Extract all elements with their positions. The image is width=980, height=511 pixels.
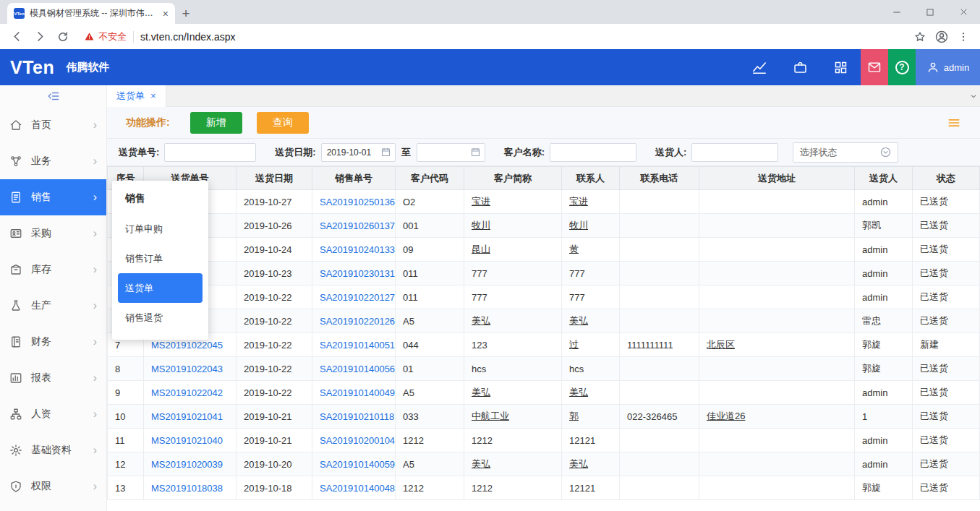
sidebar-item-finance[interactable]: 财务› [0,324,106,360]
url-text[interactable]: st.vten.cn/Index.aspx [140,31,236,43]
tab-close-icon[interactable]: × [163,9,169,19]
table-row[interactable]: 12019-10-27SA201910250136O2宝进宝进admin已送货 [108,190,980,214]
forward-button[interactable] [29,26,51,48]
mail-button[interactable] [861,49,888,85]
chart-button[interactable] [739,49,780,85]
sidebar-collapse-button[interactable] [0,85,106,107]
chevron-right-icon: › [93,228,97,239]
deliverer-input[interactable] [691,143,778,162]
customer-input[interactable] [550,143,636,162]
cust-name-cell: 777 [464,285,562,309]
sales-no-link[interactable]: SA201910140048 [320,483,395,494]
submenu-item-delivery-note[interactable]: 送货单 [118,273,203,303]
sales-no-link[interactable]: SA201910140059 [320,459,395,470]
window-minimize-button[interactable] [880,0,913,24]
calendar-icon[interactable] [470,147,481,158]
add-button[interactable]: 新增 [190,112,242,134]
sidebar-item-sales[interactable]: 销售› [0,179,106,215]
content-tab-close-icon[interactable]: × [150,91,156,100]
calendar-icon[interactable] [380,147,391,158]
delivery-no-link[interactable]: MS20191021040 [151,435,223,446]
sidebar-item-purchase[interactable]: 采购› [0,215,106,252]
column-header[interactable]: 联系人 [562,167,620,190]
status-select[interactable]: 选择状态 [793,142,898,163]
sidebar-item-hr[interactable]: 人资› [0,396,106,432]
sales-no-link[interactable]: SA201910140051 [320,340,395,351]
sidebar-item-business[interactable]: 业务› [0,143,106,179]
delivery-no-link[interactable]: MS20191021041 [151,411,223,422]
sidebar-item-inventory[interactable]: 库存› [0,252,106,288]
column-header[interactable]: 销售单号 [312,167,396,190]
omnibox[interactable]: 不安全 st.vten.cn/Index.aspx [75,27,908,47]
date-cell: 2019-10-22 [237,381,312,405]
delivery-no-link[interactable]: MS20191018038 [151,483,223,494]
table-row[interactable]: 10MS201910210412019-10-21SA2019102101180… [108,405,980,429]
content-area: 送货单 × 功能操作: 新增 查询 送货单号: 送货日期: 至 客户名称 [107,85,980,511]
reload-button[interactable] [52,26,74,48]
apps-grid-button[interactable] [820,49,861,85]
table-row[interactable]: 42019-10-23SA201910230131011777777admin已… [108,262,980,285]
sales-no-link[interactable]: SA201910220127 [320,292,395,303]
content-tab-bar: 送货单 × [107,85,980,107]
column-header[interactable]: 送货日期 [237,167,312,190]
delivery-no-link[interactable]: MS20191020039 [151,459,223,470]
query-button[interactable]: 查询 [257,112,309,134]
column-header[interactable]: 客户简称 [464,167,562,190]
sales-no-link[interactable]: SA201910260137 [320,220,395,231]
submenu-item-sales-return[interactable]: 销售退货 [118,303,203,332]
list-options-icon[interactable] [947,116,961,130]
table-row[interactable]: 12MS201910200392019-10-20SA201910140059A… [108,452,980,476]
table-row[interactable]: 13MS201910180382019-10-18SA2019101400481… [108,476,980,500]
table-row[interactable]: 8MS201910220432019-10-22SA20191014005601… [108,357,980,381]
delivery-no-input[interactable] [164,143,256,162]
table-row[interactable]: 52019-10-22SA201910220127011777777admin已… [108,285,980,309]
sidebar-item-home[interactable]: 首页› [0,107,106,143]
sidebar-item-report[interactable]: 报表› [0,360,106,396]
date-to-input[interactable] [422,147,467,158]
delivery-no-link[interactable]: MS20191022042 [151,387,223,398]
window-maximize-button[interactable] [913,0,947,24]
column-header[interactable]: 送货人 [855,167,913,190]
sales-no-link[interactable]: SA201910210118 [320,411,394,422]
profile-avatar-button[interactable] [931,26,953,48]
table-row[interactable]: 11MS201910210402019-10-21SA2019102001041… [108,429,980,452]
sales-no-link[interactable]: SA201910140056 [320,364,395,374]
sales-no-link[interactable]: SA201910240133 [320,244,395,255]
briefcase-button[interactable] [780,49,820,85]
sales-no-link[interactable]: SA201910250136 [320,197,395,207]
column-header[interactable]: 状态 [913,167,980,190]
sidebar-item-permission[interactable]: 权限› [0,468,106,504]
submenu-item-order-request[interactable]: 订单申购 [118,214,203,244]
sidebar-item-production[interactable]: 生产› [0,288,106,324]
bookmark-star-icon[interactable] [909,26,931,48]
table-row[interactable]: 9MS201910220422019-10-22SA201910140049A5… [108,381,980,405]
window-close-button[interactable] [947,0,980,24]
table-row[interactable]: 22019-10-26SA201910260137001牧川牧川郭凯已送货 [108,214,980,238]
sales-no-link[interactable]: SA201910200104 [320,435,395,446]
browser-menu-button[interactable] [953,26,974,48]
help-button[interactable]: ? [888,49,916,85]
sales-no-link[interactable]: SA201910220126 [320,316,395,327]
browser-tab[interactable]: VTen 模具钢材管理系统 -- 深圳市伟腾... × [7,3,175,24]
sidebar-item-label: 库存 [31,263,93,276]
column-header[interactable]: 送货地址 [699,167,855,190]
submenu-item-sales-order[interactable]: 销售订单 [118,244,203,273]
table-row[interactable]: 32019-10-24SA20191024013309昆山黄admin已送货 [108,238,980,262]
table-row[interactable]: 62019-10-22SA201910220126A5美弘美弘雷忠已送货 [108,309,980,333]
back-button[interactable] [6,26,27,48]
date-from-input[interactable] [327,147,378,158]
column-header[interactable]: 客户代码 [396,167,464,190]
sidebar-item-basic-data[interactable]: 基础资料› [0,432,106,468]
content-tab-delivery-note[interactable]: 送货单 × [107,85,166,107]
delivery-no-link[interactable]: MS20191022045 [151,340,223,351]
sales-no-link[interactable]: SA201910230131 [320,268,395,279]
tab-overflow-chevron-icon[interactable] [968,91,979,101]
user-menu[interactable]: admin [916,49,980,85]
deliverer-cell: admin [855,262,913,285]
sales-no-link[interactable]: SA201910140049 [320,387,395,398]
new-tab-button[interactable]: + [175,3,197,24]
table-row[interactable]: 7MS201910220452019-10-22SA20191014005104… [108,333,980,357]
column-header[interactable]: 联系电话 [620,167,699,190]
delivery-no-link[interactable]: MS20191022043 [151,364,223,374]
not-secure-badge[interactable]: 不安全 [84,30,127,43]
